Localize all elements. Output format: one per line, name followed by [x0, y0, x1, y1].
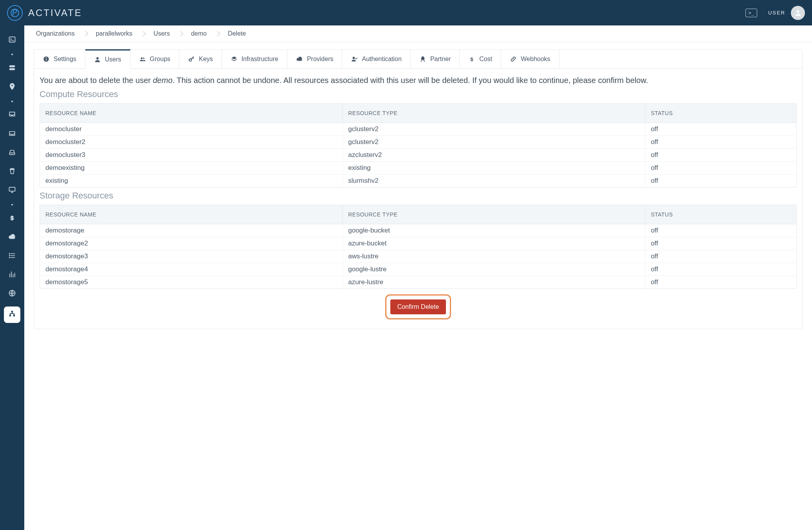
cell-name: demostorage5 [40, 276, 343, 289]
cell-status: off [645, 149, 797, 162]
key-icon [188, 56, 195, 63]
svg-point-10 [9, 253, 10, 254]
table-row: demostoragegoogle-bucketoff [40, 224, 797, 237]
confirm-delete-highlight: Confirm Delete [385, 294, 451, 319]
tab-authentication[interactable]: Authentication [342, 50, 410, 69]
compute-col-status: STATUS [645, 104, 797, 123]
cell-status: off [645, 263, 797, 276]
usercheck-icon [351, 56, 358, 63]
sidebar-item-drive[interactable] [0, 144, 24, 162]
info-icon [43, 56, 50, 63]
sidebar-item-monitor[interactable] [0, 181, 24, 200]
drive-icon [8, 148, 16, 158]
sidebar-item-barchart[interactable] [0, 266, 24, 285]
table-row: democlustergclusterv2off [40, 123, 797, 136]
breadcrumb-item[interactable]: Users [151, 29, 172, 39]
table-row: demostorage5azure-lustreoff [40, 276, 797, 289]
sidebar-item-dollar[interactable]: $ [0, 209, 24, 228]
tab-label: Cost [479, 56, 492, 63]
svg-point-12 [9, 257, 10, 258]
logo-icon [7, 5, 23, 21]
sidebar-item-inbox2[interactable] [0, 125, 24, 144]
svg-rect-14 [11, 311, 13, 312]
cell-type: slurmshv2 [343, 175, 645, 187]
sidebar-separator [11, 101, 13, 102]
svg-rect-8 [9, 187, 15, 191]
tab-settings[interactable]: Settings [34, 50, 85, 69]
cell-name: demostorage [40, 224, 343, 237]
sidebar-item-bucket[interactable] [0, 162, 24, 181]
sidebar-item-inbox[interactable] [0, 106, 24, 125]
inbox-icon [8, 111, 16, 121]
sidebar-item-pin[interactable] [0, 78, 24, 97]
cell-name: demostorage3 [40, 250, 343, 263]
table-row: demoexistingexistingoff [40, 162, 797, 175]
topbar: ACTIVATE >_ USER [0, 0, 812, 25]
storage-heading: Storage Resources [40, 191, 797, 201]
cell-status: off [645, 136, 797, 149]
cloud-icon [296, 56, 303, 63]
svg-rect-3 [9, 65, 14, 67]
breadcrumb-item: Delete [226, 29, 248, 39]
table-row: existingslurmshv2off [40, 175, 797, 187]
table-row: democluster3azclusterv2off [40, 149, 797, 162]
cell-type: gclusterv2 [343, 136, 645, 149]
svg-point-21 [141, 58, 143, 59]
cell-status: off [645, 162, 797, 175]
storage-col-status: STATUS [645, 205, 797, 224]
tab-cost[interactable]: $Cost [460, 50, 501, 69]
sidebar-item-list[interactable] [0, 247, 24, 266]
tab-partner[interactable]: Partner [411, 50, 460, 69]
cell-name: demostorage4 [40, 263, 343, 276]
tab-webhooks[interactable]: Webhooks [501, 50, 559, 69]
sidebar-item-terminal[interactable] [0, 31, 24, 50]
terminal-button[interactable]: >_ [745, 9, 757, 17]
server-icon [8, 64, 16, 74]
cell-status: off [645, 175, 797, 187]
bucket-icon [8, 167, 16, 177]
breadcrumb-item[interactable]: parallelworks [94, 29, 135, 39]
breadcrumb-item[interactable]: demo [189, 29, 209, 39]
sidebar-item-server[interactable] [0, 59, 24, 78]
svg-point-5 [11, 85, 13, 86]
sidebar-item-globe[interactable] [0, 285, 24, 303]
sidebar-item-cloud[interactable] [0, 228, 24, 247]
tab-keys[interactable]: Keys [179, 50, 222, 69]
cell-name: demoexisting [40, 162, 343, 175]
inbox2-icon [8, 130, 16, 139]
storage-col-type: RESOURCE TYPE [343, 205, 645, 224]
breadcrumb-item[interactable]: Organizations [34, 29, 77, 39]
cell-type: existing [343, 162, 645, 175]
storage-col-name: RESOURCE NAME [40, 205, 343, 224]
tab-label: Partner [430, 56, 451, 63]
svg-point-20 [96, 57, 99, 59]
confirm-delete-button[interactable]: Confirm Delete [390, 299, 446, 314]
cell-status: off [645, 237, 797, 250]
tab-users[interactable]: Users [85, 49, 130, 69]
cell-status: off [645, 250, 797, 263]
svg-point-11 [9, 255, 10, 256]
table-row: demostorage2azure-bucketoff [40, 237, 797, 250]
tab-label: Providers [307, 56, 334, 63]
group-icon [139, 56, 146, 63]
tab-groups[interactable]: Groups [130, 50, 179, 69]
brand-logo[interactable]: ACTIVATE [7, 5, 82, 21]
sidebar-item-org[interactable] [4, 306, 20, 323]
user-label[interactable]: USER [768, 10, 785, 16]
breadcrumb: OrganizationsparallelworksUsersdemoDelet… [24, 25, 812, 42]
cell-name: democluster2 [40, 136, 343, 149]
globe-icon [8, 289, 16, 299]
svg-point-1 [796, 10, 799, 13]
content: OrganizationsparallelworksUsersdemoDelet… [24, 25, 812, 530]
chevron-right-icon [83, 31, 88, 36]
svg-rect-4 [9, 68, 14, 70]
cloud-icon [8, 233, 16, 243]
sidebar-separator [11, 204, 13, 206]
tab-providers[interactable]: Providers [287, 50, 343, 69]
layers-icon [231, 56, 238, 63]
cell-type: azure-lustre [343, 276, 645, 289]
tab-infrastructure[interactable]: Infrastructure [222, 50, 287, 69]
avatar[interactable] [791, 6, 805, 20]
tab-label: Infrastructure [242, 56, 278, 63]
tab-label: Webhooks [521, 56, 550, 63]
